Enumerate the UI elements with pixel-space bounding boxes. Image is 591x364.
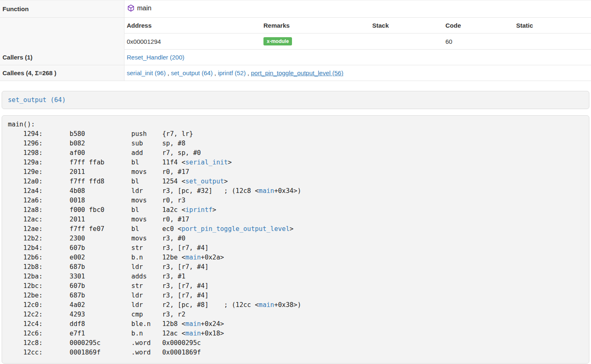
disasm-line: 12ba: 3301 adds r3, #1 [8,272,584,281]
disasm-text: 12ac: 2011 movs r0, #17 [8,216,189,223]
function-link-port_pin_toggle_output_level[interactable]: port_pin_toggle_output_level (56) [251,69,344,76]
disassembly-listing: main(): 1294: b580 push {r7, lr} 1296: b… [8,120,584,357]
disasm-function-link-serial_init[interactable]: serial_init [185,159,228,166]
disasm-text: 12be: 687b ldr r3, [r7, #4] [8,292,208,299]
disasm-line: 12b2: 2300 movs r3, #0 [8,234,584,243]
disasm-text: 12ba: 3301 adds r3, #1 [8,273,185,280]
disasm-line: 12b6: e002 b.n 12be <main+0x2a> [8,253,584,262]
column-header-static: Static [514,18,591,33]
disasm-text: +0x18> [201,330,224,337]
disasm-line: 12c4: ddf8 ble.n 12b8 <main+0x24> [8,319,584,329]
disasm-text: main(): [8,121,35,128]
function-info-table: Function main Address Remarks Stack Code… [0,0,591,81]
disasm-line: 12cc: 0001869f .word 0x0001869f [8,348,584,357]
disasm-line: 129a: f7ff ffab bl 11f4 <serial_init> [8,158,584,167]
disasm-line: 12b8: 687b ldr r3, [r7, #4] [8,262,584,272]
function-row: Function main [0,0,591,18]
column-header-code: Code [443,18,514,33]
disasm-function-link-set_output[interactable]: set_output [185,178,224,185]
x-module-badge: x-module [263,37,292,45]
disasm-text: +0x2a> [201,254,224,261]
callers-label: Callers (1) [0,50,124,65]
column-header-stack: Stack [370,18,443,33]
static-value [514,33,591,50]
disasm-text: 12c4: ddf8 ble.n 12b8 < [8,320,185,328]
address-value: 0x00001294 [124,33,261,50]
callee-preview-link[interactable]: set_output (64) [8,96,66,104]
disasm-function-link-main[interactable]: main [185,254,201,261]
disasm-text: 1296: b082 sub sp, #8 [8,140,185,147]
remarks-cell: x-module [261,33,370,50]
label-spacer-cell [0,18,124,50]
disasm-text: +0x24> [201,320,224,328]
disasm-line: 12a0: f7ff ffd8 bl 1254 <set_output> [8,177,584,186]
disasm-text: 12bc: 607b str r3, [r7, #4] [8,282,208,290]
link-separator: , [213,69,218,76]
disasm-text: 12b6: e002 b.n 12be < [8,254,185,261]
disasm-function-link-iprintf[interactable]: iprintf [185,206,212,214]
callees-list: serial_init (96) , set_output (64) , ipr… [124,65,591,81]
function-name-cell: main [124,0,591,18]
function-link-Reset_Handler[interactable]: Reset_Handler (200) [127,54,184,61]
disasm-line: 129e: 2011 movs r0, #17 [8,167,584,177]
disasm-text: > [228,159,232,166]
cube-icon [127,4,135,14]
function-link-iprintf[interactable]: iprintf (52) [218,69,246,76]
disasm-function-link-port_pin_toggle_output_level[interactable]: port_pin_toggle_output_level [182,225,290,233]
code-value: 60 [443,33,514,50]
callees-label: Callees (4, Σ=268 ) [0,65,124,81]
disasm-text: > [290,225,293,233]
callee-preview-box: set_output (64) [2,91,589,109]
disasm-line: 12c8: 0000295c .word 0x0000295c [8,338,584,348]
column-header-address: Address [124,18,261,33]
disasm-text: 1294: b580 push {r7, lr} [8,130,193,138]
disasm-line: 12be: 687b ldr r3, [r7, #4] [8,291,584,300]
function-name: main [137,5,152,12]
link-separator: , [166,69,171,76]
disasm-line: 12bc: 607b str r3, [r7, #4] [8,281,584,291]
disasm-function-link-main[interactable]: main [259,301,274,309]
disasm-text: +0x34>) [274,187,301,195]
disasm-line: 12a4: 4b08 ldr r3, [pc, #32] ; (12c8 <ma… [8,186,584,196]
disasm-line: 1298: af00 add r7, sp, #0 [8,148,584,158]
column-header-remarks: Remarks [261,18,370,33]
disasm-text: 1298: af00 add r7, sp, #0 [8,149,201,157]
disasm-text: 12c0: 4a02 ldr r2, [pc, #8] ; (12cc < [8,301,259,309]
disasm-text: > [213,206,216,214]
disasm-text: 12b4: 607b str r3, [r7, #4] [8,244,208,252]
function-link-set_output[interactable]: set_output (64) [171,69,213,76]
disasm-text: 129a: f7ff ffab bl 11f4 < [8,159,185,166]
disasm-line: main(): [8,120,584,129]
disasm-line: 1294: b580 push {r7, lr} [8,129,584,139]
stack-value [370,33,443,50]
columns-header-row: Address Remarks Stack Code Static [0,18,591,33]
callees-row: Callees (4, Σ=268 ) serial_init (96) , s… [0,65,591,81]
disasm-text: 12a8: f000 fbc0 bl 1a2c < [8,206,185,214]
disassembly-box: main(): 1294: b580 push {r7, lr} 1296: b… [2,115,589,364]
disasm-text: 12a6: 0018 movs r0, r3 [8,197,185,204]
disasm-line: 12ae: f7ff fe07 bl ec0 <port_pin_toggle_… [8,224,584,234]
function-label: Function [0,0,124,18]
disasm-function-link-main[interactable]: main [185,330,201,337]
disasm-line: 12c6: e7f1 b.n 12ac <main+0x18> [8,329,584,338]
disasm-text: +0x38>) [274,301,301,309]
disasm-function-link-main[interactable]: main [185,320,201,328]
disasm-text: 12b2: 2300 movs r3, #0 [8,235,185,242]
disasm-text: 12ae: f7ff fe07 bl ec0 < [8,225,182,233]
disasm-line: 12b4: 607b str r3, [r7, #4] [8,243,584,253]
disasm-line: 12c0: 4a02 ldr r2, [pc, #8] ; (12cc <mai… [8,300,584,310]
disasm-text: 12b8: 687b ldr r3, [r7, #4] [8,263,208,271]
disasm-text: > [224,178,228,185]
disasm-text: 12cc: 0001869f .word 0x0001869f [8,349,201,356]
disasm-text: 12c6: e7f1 b.n 12ac < [8,330,185,337]
callers-list: Reset_Handler (200) [124,50,591,65]
disasm-line: 12c2: 4293 cmp r3, r2 [8,310,584,319]
disasm-line: 12a8: f000 fbc0 bl 1a2c <iprintf> [8,205,584,215]
link-separator: , [246,69,251,76]
disasm-text: 12c8: 0000295c .word 0x0000295c [8,339,201,347]
disasm-line: 12ac: 2011 movs r0, #17 [8,215,584,224]
function-link-serial_init[interactable]: serial_init (96) [127,69,166,76]
disasm-text: 12a0: f7ff ffd8 bl 1254 < [8,178,185,185]
disasm-line: 1296: b082 sub sp, #8 [8,139,584,148]
disasm-function-link-main[interactable]: main [259,187,274,195]
